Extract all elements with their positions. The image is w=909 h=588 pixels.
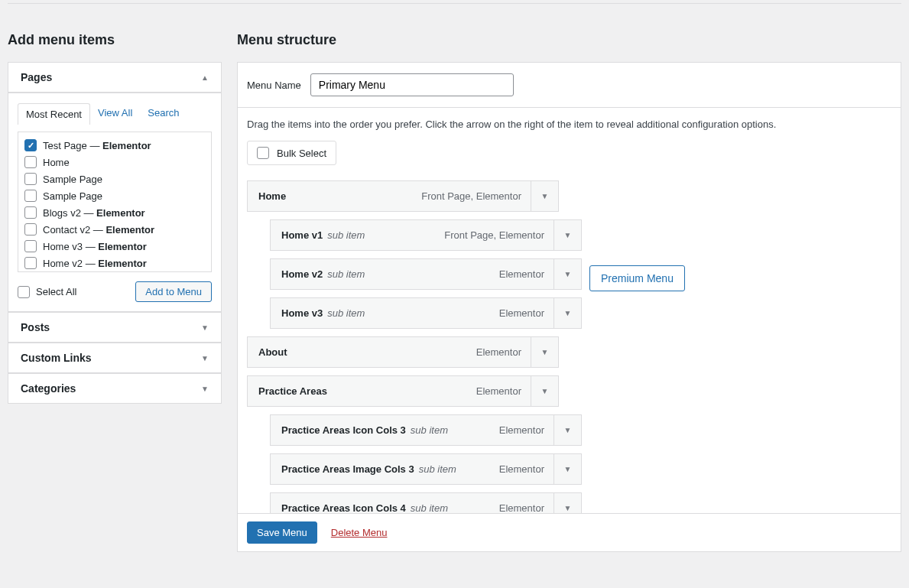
chevron-down-icon: ▼ [201, 385, 209, 393]
page-item[interactable]: Test Page — Elementor [24, 137, 205, 154]
menu-item[interactable]: AboutElementor▼ [247, 336, 559, 368]
page-item[interactable]: Home [24, 154, 205, 171]
accordion-header[interactable]: Categories▼ [8, 374, 221, 403]
page-item[interactable]: Home v3 — Elementor [24, 238, 205, 255]
select-all[interactable]: Select All [18, 286, 76, 298]
page-item[interactable]: Home v2 — Elementor [24, 255, 205, 271]
pages-tabs: Most Recent View All Search [18, 102, 212, 124]
page-item[interactable]: Sample Page [24, 187, 205, 204]
page-item[interactable]: Contact v2 — Elementor [24, 221, 205, 238]
chevron-down-icon[interactable]: ▼ [531, 181, 558, 211]
menu-item-title: Home v1 [281, 229, 323, 241]
page-label: Home [43, 157, 70, 168]
tab-view-all[interactable]: View All [90, 102, 140, 124]
page-label: Home v3 — Elementor [43, 241, 147, 252]
menu-item-type: Elementor [499, 463, 544, 475]
page-label: Home v2 — Elementor [43, 258, 147, 269]
page-checkbox[interactable] [24, 206, 37, 219]
page-label: Contact v2 — Elementor [43, 224, 154, 236]
menu-item-sub: sub item [411, 424, 448, 436]
instructions: Drag the items into the order you prefer… [247, 119, 891, 130]
menu-item-sub: sub item [419, 463, 456, 475]
accordion-title: Posts [21, 321, 50, 333]
menu-item-sub: sub item [327, 307, 365, 319]
menu-name-input[interactable] [310, 73, 514, 96]
pages-accordion-header[interactable]: Pages ▲ [8, 63, 221, 93]
menu-item-sub: sub item [327, 268, 365, 280]
pages-accordion: Pages ▲ Most Recent View All Search Test… [8, 62, 222, 312]
page-label: Blogs v2 — Elementor [43, 207, 145, 219]
bulk-select-checkbox[interactable] [257, 147, 269, 159]
accordion-title: Custom Links [21, 352, 92, 364]
bulk-select[interactable]: Bulk Select [247, 141, 336, 165]
page-checkbox[interactable] [24, 173, 37, 185]
accordion-header[interactable]: Custom Links▼ [8, 343, 221, 372]
menu-item[interactable]: Practice Areas Image Cols 3sub itemEleme… [270, 453, 582, 485]
accordion-posts: Posts▼ [8, 312, 222, 343]
menu-item[interactable]: Home v3sub itemElementor▼ [270, 297, 582, 329]
delete-menu-link[interactable]: Delete Menu [331, 527, 388, 538]
accordion-title: Categories [21, 382, 76, 395]
bulk-select-label: Bulk Select [277, 148, 326, 159]
page-checkbox[interactable] [24, 257, 37, 269]
menu-panel: Menu Name Drag the items into the order … [237, 62, 901, 552]
collapse-icon: ▲ [201, 73, 209, 82]
chevron-down-icon: ▼ [201, 323, 209, 332]
chevron-down-icon[interactable]: ▼ [554, 298, 581, 328]
tab-search[interactable]: Search [140, 102, 187, 124]
page-item[interactable]: Blogs v2 — Elementor [24, 204, 205, 221]
menu-item-type: Front Page, Elementor [444, 229, 544, 241]
add-to-menu-button[interactable]: Add to Menu [135, 281, 212, 302]
menu-item-sub: sub item [411, 502, 448, 514]
chevron-down-icon[interactable]: ▼ [554, 415, 581, 445]
save-menu-button[interactable]: Save Menu [247, 521, 317, 544]
chevron-down-icon: ▼ [201, 354, 209, 362]
page-label: Test Page — Elementor [43, 140, 151, 151]
menu-item-type: Elementor [499, 307, 544, 319]
menu-item-sub: sub item [327, 229, 365, 241]
menu-item[interactable]: HomeFront Page, Elementor▼ [247, 180, 559, 212]
menu-item[interactable]: Home v1sub itemFront Page, Elementor▼ [270, 219, 582, 251]
chevron-down-icon[interactable]: ▼ [554, 220, 581, 250]
page-checkbox[interactable] [24, 139, 37, 151]
menu-item-title: Home v3 [281, 307, 323, 319]
menu-structure-heading: Menu structure [237, 32, 901, 48]
menu-item-title: Practice Areas Icon Cols 3 [281, 424, 406, 436]
page-checkbox[interactable] [24, 223, 37, 236]
chevron-down-icon[interactable]: ▼ [554, 454, 581, 484]
menu-item[interactable]: Practice AreasElementor▼ [247, 375, 559, 407]
menu-item-title: Practice Areas Icon Cols 4 [281, 502, 406, 514]
menu-item-type: Elementor [499, 502, 544, 514]
menu-item-type: Front Page, Elementor [421, 190, 521, 202]
page-label: Sample Page [43, 174, 102, 185]
select-all-label: Select All [36, 286, 76, 297]
premium-menu-badge[interactable]: Premium Menu [589, 265, 685, 291]
accordion-header[interactable]: Posts▼ [8, 313, 221, 342]
menu-item-type: Elementor [476, 346, 521, 358]
menu-item-type: Elementor [499, 268, 544, 280]
page-checkbox[interactable] [24, 240, 37, 252]
chevron-down-icon[interactable]: ▼ [531, 376, 558, 406]
menu-item-title: Practice Areas [258, 385, 327, 397]
menu-footer: Save Menu Delete Menu [237, 513, 901, 552]
menu-item-title: Practice Areas Image Cols 3 [281, 463, 414, 475]
menu-name-label: Menu Name [247, 80, 301, 91]
accordion-custom-links: Custom Links▼ [8, 343, 222, 373]
chevron-down-icon[interactable]: ▼ [554, 259, 581, 289]
pages-list[interactable]: Test Page — ElementorHomeSample PageSamp… [18, 132, 212, 272]
menu-item[interactable]: Home v2sub itemElementor▼ [270, 258, 582, 290]
menu-item-title: Home v2 [281, 268, 323, 280]
menu-item-type: Elementor [499, 424, 544, 436]
menu-item-title: About [258, 346, 287, 358]
page-label: Sample Page [43, 190, 102, 202]
pages-title: Pages [21, 71, 52, 83]
page-item[interactable]: Sample Page [24, 171, 205, 187]
menu-item-title: Home [258, 190, 286, 202]
page-checkbox[interactable] [24, 156, 37, 168]
page-checkbox[interactable] [24, 190, 37, 202]
tab-most-recent[interactable]: Most Recent [18, 103, 90, 125]
chevron-down-icon[interactable]: ▼ [531, 337, 558, 367]
menu-item-type: Elementor [476, 385, 521, 397]
menu-item[interactable]: Practice Areas Icon Cols 3sub itemElemen… [270, 414, 582, 446]
select-all-checkbox[interactable] [18, 286, 30, 298]
